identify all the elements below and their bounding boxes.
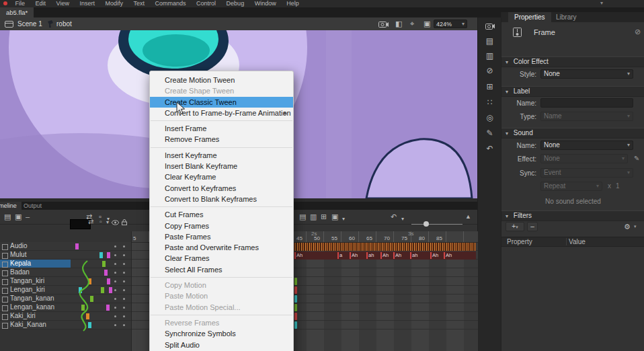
lock-dot[interactable] xyxy=(123,315,125,317)
keyframe-marker[interactable] xyxy=(294,295,297,303)
add-layer-icon[interactable]: ▤ xyxy=(4,212,11,222)
tab-properties[interactable]: Properties xyxy=(508,12,551,22)
menu-item-split-audio[interactable]: Split Audio xyxy=(150,340,293,350)
parenting-toggle-icon[interactable]: ⇄ xyxy=(88,218,93,225)
onion-outline-icon[interactable]: ▥ xyxy=(310,212,317,222)
lock-dot[interactable] xyxy=(123,245,125,247)
zoom-fit-icon[interactable]: ▲ xyxy=(465,212,471,222)
layer-row-badan[interactable]: Badan xyxy=(0,268,131,277)
layer-row-tangan-kanan[interactable]: Tangan_kanan xyxy=(0,295,131,303)
menu-item-select-all-frames[interactable]: Select All Frames xyxy=(150,264,293,275)
delete-layer-icon[interactable]: – xyxy=(26,212,30,222)
fill-view-icon[interactable]: ◧ xyxy=(395,20,402,28)
menu-item-clear-keyframe[interactable]: Clear Keyframe xyxy=(150,171,293,182)
lock-dot[interactable] xyxy=(123,307,125,309)
breadcrumb-symbol[interactable]: robot xyxy=(56,17,72,30)
lock-dot[interactable] xyxy=(123,280,125,282)
keyframe-marker[interactable] xyxy=(294,321,297,329)
menu-debug[interactable]: Debug xyxy=(227,0,245,7)
visibility-dot[interactable] xyxy=(114,307,116,309)
menu-item-synchronize-symbols[interactable]: Synchronize Symbols xyxy=(150,328,293,339)
menu-item-cut-frames[interactable]: Cut Frames xyxy=(150,209,293,220)
menu-item-insert-blank-keyframe[interactable]: Insert Blank Keyframe xyxy=(150,161,293,171)
keyframe-marker[interactable] xyxy=(294,304,297,311)
swatches-panel-icon[interactable]: ∷ xyxy=(478,98,501,107)
menu-item-insert-keyframe[interactable]: Insert Keyframe xyxy=(150,150,293,161)
target-panel-icon[interactable]: ◎ xyxy=(478,113,501,122)
outline-column-icon[interactable]: ▫ xyxy=(99,218,102,225)
lock-column-icon[interactable] xyxy=(122,219,127,225)
visibility-dot[interactable] xyxy=(114,280,116,282)
layer-row-tangan-kiri[interactable]: Tangan_kiri xyxy=(0,277,131,286)
menu-item-convert-to-blank-keyframes[interactable]: Convert to Blank Keyframes xyxy=(150,194,293,204)
menu-view[interactable]: View xyxy=(56,0,69,7)
menu-item-clear-frames[interactable]: Clear Frames xyxy=(150,253,293,264)
edit-panel-icon[interactable]: ✎ xyxy=(478,128,501,138)
lock-dot[interactable] xyxy=(123,324,125,326)
reset-zoom-icon[interactable]: ↶ xyxy=(391,212,397,222)
visibility-dot[interactable] xyxy=(114,315,116,317)
history-panel-icon[interactable]: ↶ xyxy=(478,144,501,153)
chart-panel-icon[interactable]: ▥ xyxy=(478,51,501,61)
filter-options-gear-icon[interactable]: ⚙ xyxy=(624,223,631,231)
edit-sound-envelope-icon[interactable]: ✎ xyxy=(634,155,639,162)
section-label[interactable]: ▾ Label xyxy=(501,86,644,97)
tab-output[interactable]: Output xyxy=(19,202,46,210)
section-color-effect[interactable]: ▾ Color Effect xyxy=(501,56,644,67)
timeline-zoom-knob[interactable] xyxy=(424,221,429,227)
visibility-dot[interactable] xyxy=(114,254,116,256)
add-filter-button[interactable]: +▾ xyxy=(506,222,524,231)
menu-text[interactable]: Text xyxy=(134,0,145,7)
onion-skin-icon[interactable]: ▤ xyxy=(299,212,306,222)
document-tab[interactable]: ab5.fla* xyxy=(0,7,34,17)
camera-panel-icon[interactable] xyxy=(485,23,495,30)
menu-file[interactable]: File xyxy=(15,0,26,7)
menu-insert[interactable]: Insert xyxy=(79,0,95,7)
sound-name-select[interactable]: None ▾ xyxy=(540,141,633,150)
add-folder-icon[interactable]: ▣ xyxy=(15,212,22,222)
menu-item-create-classic-tween[interactable]: Create Classic Tween xyxy=(150,97,293,108)
repeat-count-value[interactable]: 1 xyxy=(616,182,620,190)
keyframe-marker[interactable] xyxy=(294,286,297,294)
menu-window[interactable]: Window xyxy=(255,0,276,7)
zoom-level-select[interactable]: 424% ▾ xyxy=(434,20,467,28)
frame-view-icon[interactable]: ▣ xyxy=(331,212,338,222)
panels-icon[interactable]: ▤ xyxy=(478,36,501,46)
layer-row-lengan-kanan[interactable]: Lengan_kanan xyxy=(0,303,131,312)
grid-panel-icon[interactable]: ⊞ xyxy=(478,82,501,91)
menu-item-insert-frame[interactable]: Insert Frame xyxy=(150,123,293,134)
layer-row-audio[interactable]: Audio xyxy=(0,242,131,251)
tab-library[interactable]: Library xyxy=(550,12,583,22)
show-hide-eye-icon[interactable] xyxy=(112,220,119,225)
menu-help[interactable]: Help xyxy=(286,0,299,7)
menu-item-paste-frames[interactable]: Paste Frames xyxy=(150,231,293,242)
column-options-icon[interactable]: ▾ xyxy=(106,219,109,225)
tab-timeline[interactable]: Timeline xyxy=(0,202,22,210)
menu-modify[interactable]: Modify xyxy=(105,0,123,7)
chevron-down-icon[interactable]: ▾ xyxy=(634,224,637,229)
visibility-dot[interactable] xyxy=(114,245,116,247)
zoom-out-icon[interactable]: ▾ xyxy=(401,214,404,224)
keyframe-marker[interactable] xyxy=(294,278,297,285)
layer-row-kaki-kanan[interactable]: Kaki_Kanan xyxy=(0,321,131,329)
menu-item-convert-to-keyframes[interactable]: Convert to Keyframes xyxy=(150,183,293,194)
layer-row-kepala[interactable]: Kepala xyxy=(0,260,131,268)
style-select[interactable]: None ▾ xyxy=(540,69,633,79)
info-panel-icon[interactable]: ⊘ xyxy=(478,66,501,75)
menu-item-paste-overwrite-frames[interactable]: Paste and Overwrite Frames xyxy=(150,242,293,253)
menu-item-create-motion-tween[interactable]: Create Motion Tween xyxy=(150,75,293,85)
label-name-input[interactable] xyxy=(540,98,633,108)
visibility-dot[interactable] xyxy=(114,272,116,274)
breadcrumb-scene[interactable]: Scene 1 xyxy=(17,17,42,30)
camera-icon[interactable] xyxy=(378,21,389,28)
menu-item-copy-frames[interactable]: Copy Frames xyxy=(150,221,293,231)
frame-options-icon[interactable]: ▾ xyxy=(342,214,345,224)
lock-dot[interactable] xyxy=(123,254,125,256)
keyframe-marker[interactable] xyxy=(294,313,297,320)
visibility-dot[interactable] xyxy=(114,289,116,291)
section-filters[interactable]: ▾ Filters xyxy=(501,210,644,221)
center-stage-icon[interactable]: ⌖ xyxy=(410,20,414,28)
section-sound[interactable]: ▾ Sound xyxy=(501,128,644,139)
edit-multiple-frames-icon[interactable]: ⊞ xyxy=(321,212,327,222)
menu-commands[interactable]: Commands xyxy=(155,0,186,7)
